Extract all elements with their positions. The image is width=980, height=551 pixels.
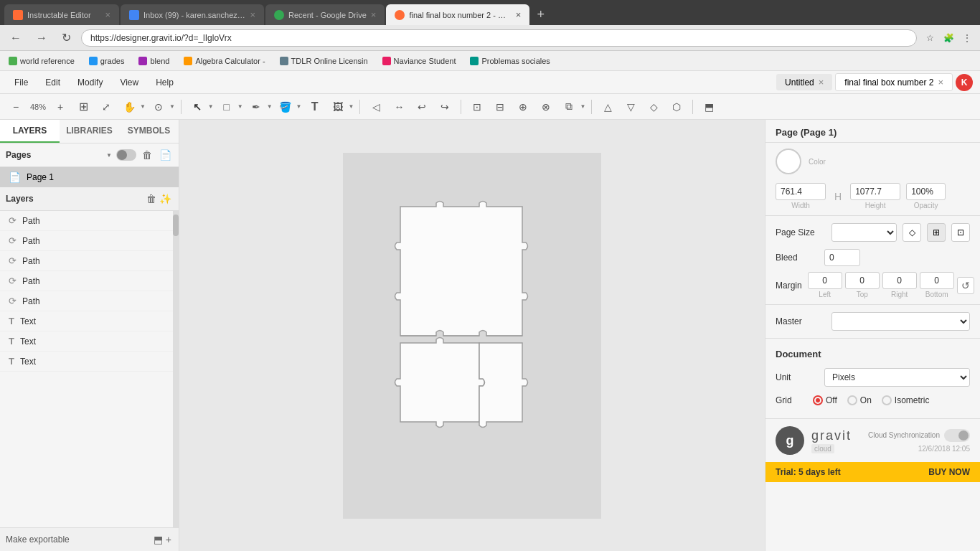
extension-icon[interactable]: 🧩 [941, 31, 956, 45]
shape-button[interactable]: □ [217, 97, 237, 117]
layer-item-path-5[interactable]: ⟳ Path [0, 291, 179, 311]
add-page-button[interactable]: 📄 [158, 148, 173, 162]
grid-isometric-radio[interactable] [882, 395, 892, 405]
grid-off-option[interactable]: Off [813, 395, 837, 405]
tab-close-gravit[interactable]: × [516, 9, 522, 20]
page-size-select[interactable] [831, 223, 897, 242]
zoom-in-button[interactable]: + [50, 97, 70, 117]
grid-on-option[interactable]: On [847, 395, 872, 405]
delete-page-button[interactable]: 🗑 [141, 148, 154, 162]
user-avatar[interactable]: K [956, 74, 973, 91]
menu-view[interactable]: View [113, 75, 146, 90]
bookmark-algebra[interactable]: Algebra Calculator - [181, 55, 268, 67]
layer-item-text-2[interactable]: T Text [0, 331, 179, 352]
buy-now-button[interactable]: BUY NOW [928, 467, 970, 477]
flip-h-button[interactable]: ↔ [389, 97, 409, 117]
undo-button[interactable]: ↩ [412, 97, 432, 117]
layer-item-text-3[interactable]: T Text [0, 352, 179, 372]
color-swatch[interactable] [776, 149, 801, 174]
page-orientation-landscape[interactable]: ⊞ [927, 223, 946, 242]
tab-google-drive[interactable]: Recent - Google Drive × [265, 4, 385, 25]
doc-tab-final[interactable]: final final box number 2 × [835, 73, 953, 91]
layer-item-text-1[interactable]: T Text [0, 311, 179, 331]
bookmark-problemas[interactable]: Problemas sociales [467, 55, 552, 67]
tab-instructable[interactable]: Instructable Editor × [4, 4, 119, 25]
shape-tool[interactable]: □ ▼ [217, 97, 243, 117]
canvas-area[interactable] [179, 120, 765, 551]
select-button[interactable]: ↖ [187, 97, 207, 117]
bookmark-world-reference[interactable]: world reference [6, 55, 77, 67]
height-input[interactable] [850, 183, 900, 200]
bookmark-grades[interactable]: grades [86, 55, 128, 67]
page-item-1[interactable]: 📄 Page 1 [0, 167, 179, 187]
menu-modify[interactable]: Modify [70, 75, 110, 90]
fill-button[interactable]: 🪣 [275, 97, 296, 117]
layer-item-path-2[interactable]: ⟳ Path [0, 231, 179, 251]
delete-layer-button[interactable]: 🗑 [145, 192, 158, 206]
arrange-tool[interactable]: ⧉ ▼ [559, 97, 585, 117]
fill-tool[interactable]: 🪣 ▼ [275, 97, 302, 117]
doc-tab-final-close[interactable]: × [938, 77, 943, 88]
text-tool[interactable]: T [305, 97, 325, 117]
path-op2[interactable]: ▽ [621, 97, 641, 117]
menu-file[interactable]: File [7, 75, 35, 90]
export-button[interactable]: ⬒ [699, 97, 719, 117]
scroll-thumb[interactable] [173, 215, 179, 236]
margin-top-input[interactable] [845, 272, 880, 289]
tab-symbols[interactable]: SYMBOLS [119, 120, 179, 143]
path-op1[interactable]: △ [598, 97, 618, 117]
pan-button[interactable]: ✋ [119, 97, 139, 117]
doc-tab-untitled[interactable]: Untitled × [776, 74, 832, 90]
pan-tool[interactable]: ✋ ▼ [119, 97, 146, 117]
address-input[interactable] [81, 29, 917, 47]
combine-button[interactable]: ⊕ [513, 97, 533, 117]
margin-bottom-input[interactable] [920, 272, 954, 289]
menu-edit[interactable]: Edit [38, 75, 67, 90]
redo-button[interactable]: ↪ [435, 97, 455, 117]
layer-item-path-3[interactable]: ⟳ Path [0, 251, 179, 271]
grid-off-radio[interactable] [813, 395, 823, 405]
select-tool[interactable]: ↖ ▼ [187, 97, 214, 117]
align-left-button[interactable]: ◁ [366, 97, 386, 117]
unit-select[interactable]: Pixels [824, 368, 970, 387]
pages-chevron[interactable]: ▼ [106, 152, 112, 159]
snap-tool[interactable]: ⊙ ▼ [149, 97, 175, 117]
sync-toggle[interactable] [944, 429, 970, 442]
fit-page-button[interactable]: ⊞ [73, 97, 93, 117]
forward-button[interactable]: → [32, 29, 52, 47]
image-button[interactable]: 🖼 [328, 97, 348, 117]
page-orientation-portrait[interactable]: ◇ [903, 223, 921, 242]
export-frame-button[interactable]: ⬒ [152, 532, 164, 547]
bookmark-blend[interactable]: blend [136, 55, 172, 67]
page-fit-content[interactable]: ⊡ [951, 223, 970, 242]
new-tab-button[interactable]: + [531, 7, 550, 22]
fit-all-button[interactable]: ⤢ [96, 97, 116, 117]
bleed-input[interactable] [824, 249, 860, 266]
back-button[interactable]: ← [6, 29, 26, 47]
refresh-button[interactable]: ↻ [57, 28, 75, 47]
star-icon[interactable]: ☆ [923, 31, 937, 45]
arrange-button[interactable]: ⧉ [559, 97, 579, 117]
tab-libraries[interactable]: LIBRARIES [60, 120, 119, 143]
master-select[interactable] [831, 312, 970, 331]
doc-tab-untitled-close[interactable]: × [819, 77, 824, 88]
width-input[interactable] [776, 183, 826, 200]
add-layer-button[interactable]: ✨ [158, 192, 173, 206]
tab-inbox[interactable]: Inbox (99) - karen.sanchez-gonz... × [121, 4, 264, 25]
pen-button[interactable]: ✒ [246, 97, 266, 117]
ungroup-button[interactable]: ⊟ [490, 97, 510, 117]
boolean-button[interactable]: ⊗ [536, 97, 556, 117]
grid-isometric-option[interactable]: Isometric [882, 395, 930, 405]
margin-left-input[interactable] [808, 272, 842, 289]
opacity-input[interactable] [906, 183, 946, 200]
tab-close-instructable[interactable]: × [105, 9, 110, 20]
tab-gravit[interactable]: final final box number 2 - Gravit... × [386, 4, 529, 25]
path-op3[interactable]: ◇ [644, 97, 664, 117]
pen-tool[interactable]: ✒ ▼ [246, 97, 273, 117]
bookmark-naviance[interactable]: Naviance Student [380, 55, 459, 67]
pages-toggle[interactable] [116, 149, 136, 161]
image-tool[interactable]: 🖼 ▼ [328, 97, 354, 117]
menu-icon[interactable]: ⋮ [960, 31, 974, 45]
menu-help[interactable]: Help [149, 75, 181, 90]
tab-close-drive[interactable]: × [371, 9, 377, 20]
